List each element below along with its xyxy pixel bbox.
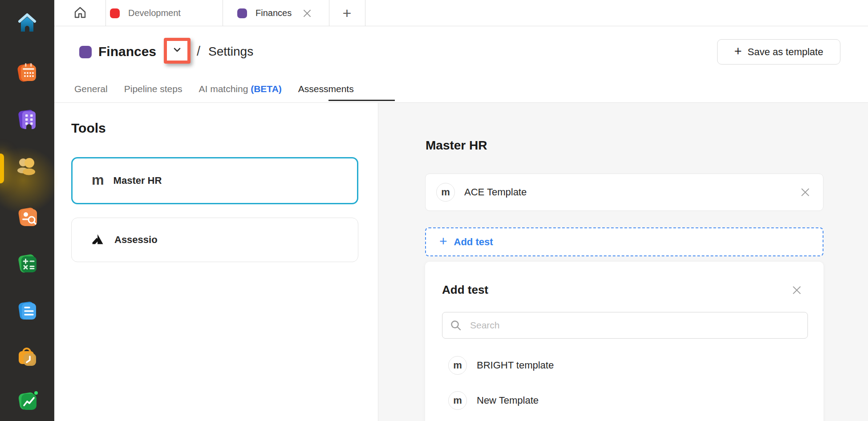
calculator-icon <box>16 252 39 277</box>
sidebar-item-calculator[interactable] <box>0 252 54 277</box>
tool-card-assessio[interactable]: Assessio <box>71 218 358 262</box>
tab-label: Finances <box>256 8 292 18</box>
test-badge: m <box>436 183 455 202</box>
search-field-wrap <box>442 312 808 339</box>
detail-title: Master HR <box>426 138 487 153</box>
close-tab-button[interactable] <box>301 8 313 19</box>
tab-finances[interactable]: Finances <box>223 0 329 26</box>
app-sidebar <box>0 0 54 421</box>
person-search-icon <box>16 206 39 231</box>
tab-development[interactable]: Development <box>105 0 223 26</box>
tool-label: Assessio <box>114 234 158 246</box>
test-result-label: BRIGHT template <box>477 360 554 371</box>
home-icon <box>16 13 38 35</box>
settings-subtabs: General Pipeline steps AI matching (BETA… <box>74 84 354 94</box>
tab-label: Development <box>128 8 181 18</box>
plus-icon: + <box>439 234 447 249</box>
people-icon <box>16 157 39 179</box>
tool-card-master-hr[interactable]: m Master HR <box>71 157 358 204</box>
active-tab-underline <box>329 100 395 101</box>
tool-label: Master HR <box>114 175 162 186</box>
plus-icon: + <box>734 44 742 59</box>
close-icon <box>301 8 313 19</box>
sidebar-item-home[interactable] <box>0 12 54 36</box>
selected-test-row: m ACE Template <box>425 174 823 211</box>
tab-general[interactable]: General <box>74 84 108 94</box>
home-outline-icon <box>73 6 87 21</box>
new-tab-button[interactable]: + <box>329 0 365 26</box>
test-badge: m <box>448 356 467 375</box>
browser-tab-bar: Development Finances + <box>54 0 868 26</box>
add-test-popover: Add test m BRIGHT template m New Templat… <box>425 262 823 421</box>
plus-icon: + <box>343 4 352 22</box>
tab-pipeline-steps[interactable]: Pipeline steps <box>124 84 183 94</box>
save-as-template-label: Save as template <box>747 46 823 58</box>
assessio-logo <box>91 232 105 248</box>
beta-badge: (BETA) <box>248 84 281 94</box>
tab-assessments[interactable]: Assessments <box>298 84 354 94</box>
sidebar-item-analytics[interactable] <box>0 389 54 414</box>
sidebar-item-candidates[interactable] <box>0 155 54 180</box>
calendar-icon <box>16 61 39 85</box>
sidebar-item-calendar[interactable] <box>0 61 54 85</box>
tools-title: Tools <box>71 121 106 136</box>
vacancy-dropdown-button[interactable] <box>171 44 183 58</box>
sidebar-item-worktime[interactable] <box>0 345 54 370</box>
documents-icon <box>16 299 39 324</box>
sidebar-item-company[interactable] <box>0 108 54 133</box>
save-as-template-button[interactable]: + Save as template <box>717 39 840 65</box>
breadcrumb-separator: / <box>197 44 200 59</box>
page-title: Finances <box>98 44 156 59</box>
tab-color-dot <box>237 8 247 18</box>
test-result-label: New Template <box>477 395 539 406</box>
popover-title: Add test <box>442 283 488 297</box>
close-popover-button[interactable] <box>791 284 803 296</box>
annotation-highlight-box <box>164 38 191 64</box>
search-input[interactable] <box>442 312 808 339</box>
chart-icon <box>16 389 39 414</box>
close-icon <box>791 284 803 296</box>
bag-clock-icon <box>16 345 39 370</box>
notification-dot <box>34 391 38 395</box>
add-test-button[interactable]: + Add test <box>425 227 823 256</box>
test-badge: m <box>448 391 467 410</box>
tools-panel: Tools m Master HR Assessio <box>54 103 378 421</box>
breadcrumb-section: Settings <box>208 45 253 59</box>
home-tab[interactable] <box>54 0 105 26</box>
sidebar-item-documents[interactable] <box>0 299 54 324</box>
master-hr-logo: m <box>92 173 104 187</box>
selected-test-label: ACE Template <box>464 186 799 198</box>
sidebar-item-search-candidates[interactable] <box>0 206 54 231</box>
assessments-detail-panel: Master HR m ACE Template + Add test Add … <box>378 103 868 421</box>
tab-color-dot <box>110 8 120 18</box>
test-result-row[interactable]: m New Template <box>448 389 800 413</box>
workspace-color-square <box>79 46 92 58</box>
building-icon <box>16 108 39 133</box>
close-icon <box>799 186 811 198</box>
add-test-label: Add test <box>454 236 493 248</box>
tab-ai-matching[interactable]: AI matching (BETA) <box>199 84 281 94</box>
chevron-down-icon <box>171 44 183 56</box>
tab-separator <box>365 0 365 26</box>
test-result-row[interactable]: m BRIGHT template <box>448 353 800 377</box>
remove-test-button[interactable] <box>799 186 811 198</box>
